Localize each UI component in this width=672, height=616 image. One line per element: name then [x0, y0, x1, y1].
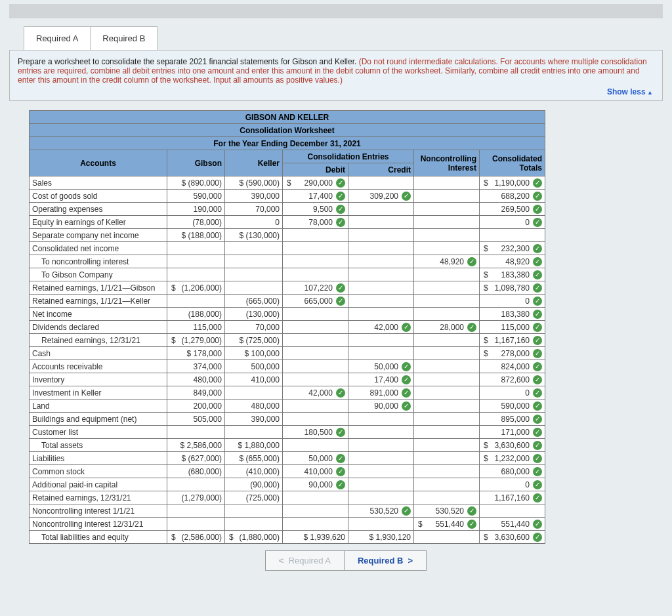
- table-cell[interactable]: $278,000✓: [480, 347, 545, 360]
- table-cell[interactable]: $ 1,939,620: [283, 531, 348, 544]
- table-cell[interactable]: [225, 426, 283, 439]
- table-cell[interactable]: [348, 439, 414, 452]
- table-cell[interactable]: (665,000): [225, 295, 283, 308]
- table-cell[interactable]: 895,000✓: [480, 413, 545, 426]
- table-cell[interactable]: 480,000: [167, 373, 225, 386]
- tab-required-b[interactable]: Required B: [90, 26, 158, 50]
- table-cell[interactable]: 50,000✓: [283, 452, 348, 465]
- table-cell[interactable]: [348, 465, 414, 478]
- table-cell[interactable]: [348, 216, 414, 229]
- table-cell[interactable]: 480,000: [225, 400, 283, 413]
- table-cell[interactable]: [283, 255, 348, 268]
- table-cell[interactable]: [348, 452, 414, 465]
- next-button[interactable]: Required B >: [344, 550, 427, 571]
- table-cell[interactable]: [414, 268, 480, 281]
- table-cell[interactable]: [283, 347, 348, 360]
- table-cell[interactable]: $232,300✓: [480, 242, 545, 255]
- table-cell[interactable]: $ 1,930,120: [348, 531, 414, 544]
- table-cell[interactable]: [414, 216, 480, 229]
- table-cell[interactable]: [283, 439, 348, 452]
- table-cell[interactable]: [167, 478, 225, 491]
- table-cell[interactable]: 78,000✓: [283, 216, 348, 229]
- table-cell[interactable]: 374,000: [167, 360, 225, 373]
- table-cell[interactable]: [225, 386, 283, 400]
- table-cell[interactable]: [167, 426, 225, 439]
- table-cell[interactable]: $290,000✓: [283, 176, 348, 190]
- table-cell[interactable]: 107,220✓: [283, 281, 348, 295]
- table-cell[interactable]: [225, 518, 283, 531]
- table-cell[interactable]: 70,000: [225, 321, 283, 334]
- table-cell[interactable]: [167, 295, 225, 308]
- table-cell[interactable]: [283, 308, 348, 321]
- table-cell[interactable]: 9,500✓: [283, 203, 348, 216]
- table-cell[interactable]: 390,000: [225, 413, 283, 426]
- table-cell[interactable]: [348, 308, 414, 321]
- table-cell[interactable]: $ (725,000): [225, 334, 283, 347]
- table-cell[interactable]: [225, 255, 283, 268]
- table-cell[interactable]: [283, 373, 348, 386]
- table-cell[interactable]: [348, 478, 414, 491]
- table-cell[interactable]: 28,000✓: [414, 321, 480, 334]
- table-cell[interactable]: [283, 268, 348, 281]
- table-cell[interactable]: (680,000): [167, 465, 225, 478]
- table-cell[interactable]: [283, 242, 348, 255]
- table-cell[interactable]: 891,000✓: [348, 386, 414, 400]
- table-cell[interactable]: [348, 229, 414, 242]
- table-cell[interactable]: $ (188,000): [167, 229, 225, 242]
- table-cell[interactable]: 1,167,160✓: [480, 491, 545, 504]
- table-cell[interactable]: 42,000✓: [348, 321, 414, 334]
- table-cell[interactable]: 530,520✓: [414, 504, 480, 518]
- table-cell[interactable]: [414, 281, 480, 295]
- table-cell[interactable]: 42,000✓: [283, 386, 348, 400]
- table-cell[interactable]: [225, 268, 283, 281]
- table-cell[interactable]: [348, 176, 414, 190]
- table-cell[interactable]: $3,630,600✓: [480, 439, 545, 452]
- table-cell[interactable]: 50,000✓: [348, 360, 414, 373]
- table-cell[interactable]: 680,000✓: [480, 465, 545, 478]
- table-cell[interactable]: [283, 360, 348, 373]
- table-cell[interactable]: [414, 190, 480, 203]
- table-cell[interactable]: [348, 413, 414, 426]
- table-cell[interactable]: 410,000✓: [283, 465, 348, 478]
- table-cell[interactable]: 17,400✓: [283, 190, 348, 203]
- table-cell[interactable]: [167, 268, 225, 281]
- table-cell[interactable]: [348, 281, 414, 295]
- table-cell[interactable]: 665,000✓: [283, 295, 348, 308]
- table-cell[interactable]: [414, 203, 480, 216]
- table-cell[interactable]: $551,440✓: [414, 518, 480, 531]
- table-cell[interactable]: 48,920✓: [480, 255, 545, 268]
- table-cell[interactable]: [348, 255, 414, 268]
- table-cell[interactable]: 48,920✓: [414, 255, 480, 268]
- table-cell[interactable]: [225, 281, 283, 295]
- table-cell[interactable]: [225, 242, 283, 255]
- table-cell[interactable]: [414, 176, 480, 190]
- table-cell[interactable]: 824,000✓: [480, 360, 545, 373]
- table-cell[interactable]: 505,000: [167, 413, 225, 426]
- table-cell[interactable]: [348, 518, 414, 531]
- table-cell[interactable]: [414, 452, 480, 465]
- table-cell[interactable]: [348, 242, 414, 255]
- table-cell[interactable]: [283, 321, 348, 334]
- table-cell[interactable]: [348, 491, 414, 504]
- table-cell[interactable]: [480, 504, 545, 518]
- table-cell[interactable]: $ (130,000): [225, 229, 283, 242]
- table-cell[interactable]: $1,232,000✓: [480, 452, 545, 465]
- table-cell[interactable]: 171,000✓: [480, 426, 545, 439]
- table-cell[interactable]: [414, 229, 480, 242]
- table-cell[interactable]: $(2,586,000): [167, 531, 225, 544]
- table-cell[interactable]: [414, 426, 480, 439]
- table-cell[interactable]: [283, 229, 348, 242]
- table-cell[interactable]: (90,000): [225, 478, 283, 491]
- table-cell[interactable]: [225, 504, 283, 518]
- table-cell[interactable]: $(1,880,000): [225, 531, 283, 544]
- table-cell[interactable]: 17,400✓: [348, 373, 414, 386]
- table-cell[interactable]: 180,500✓: [283, 426, 348, 439]
- table-cell[interactable]: [414, 413, 480, 426]
- table-cell[interactable]: 390,000: [225, 190, 283, 203]
- table-cell[interactable]: $1,098,780✓: [480, 281, 545, 295]
- prev-button[interactable]: < Required A: [265, 550, 344, 571]
- table-cell[interactable]: 0✓: [480, 216, 545, 229]
- table-cell[interactable]: $1,167,160✓: [480, 334, 545, 347]
- table-cell[interactable]: 183,380✓: [480, 308, 545, 321]
- table-cell[interactable]: [414, 308, 480, 321]
